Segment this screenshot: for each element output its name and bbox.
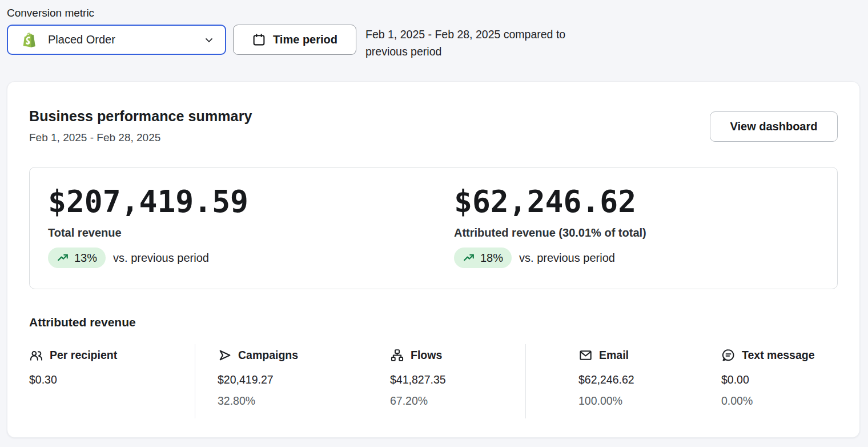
- attributed-col-label: Flows: [411, 349, 442, 362]
- total-revenue-trend: 13% vs. previous period: [48, 248, 454, 268]
- trend-suffix: vs. previous period: [519, 252, 615, 265]
- conversion-metric-controls: Conversion metric Placed Order: [0, 0, 868, 60]
- trend-badge: 13%: [48, 248, 106, 268]
- chat-icon: [721, 348, 736, 362]
- attributed-revenue-value: $62,246.62: [454, 185, 837, 219]
- people-icon: [29, 348, 43, 362]
- total-revenue-metric: $207,419.59 Total revenue 13% vs. previo…: [48, 185, 454, 289]
- total-revenue-value: $207,419.59: [48, 185, 454, 219]
- attributed-revenue-label: Attributed revenue (30.01% of total): [454, 226, 837, 240]
- time-period-button[interactable]: Time period: [233, 25, 356, 55]
- conversion-metric-selected-value: Placed Order: [48, 33, 203, 46]
- trend-percent: 13%: [74, 252, 97, 265]
- card-title: Business performance summary: [29, 108, 710, 125]
- attributed-col-percent: 32.80%: [218, 394, 361, 408]
- conversion-metric-label: Conversion metric: [7, 7, 861, 19]
- attributed-revenue-breakdown: Per recipient $0.30 Campaigns $20,419.27…: [29, 344, 838, 418]
- attributed-col-label: Text message: [742, 349, 815, 362]
- attributed-col-percent: 100.00%: [578, 394, 693, 408]
- card-date-range: Feb 1, 2025 - Feb 28, 2025: [29, 131, 710, 144]
- attributed-col-value: $20,419.27: [218, 373, 361, 386]
- attributed-col-label: Email: [599, 349, 629, 362]
- attributed-col-campaigns: Campaigns $20,419.27 32.80%: [195, 344, 361, 418]
- send-icon: [218, 348, 232, 362]
- attributed-col-text-message: Text message $0.00 0.00%: [693, 344, 838, 418]
- trend-badge: 18%: [454, 248, 512, 268]
- attributed-revenue-trend: 18% vs. previous period: [454, 248, 837, 268]
- flow-icon: [390, 348, 404, 362]
- attributed-col-per-recipient: Per recipient $0.30: [29, 344, 195, 418]
- attributed-revenue-heading: Attributed revenue: [29, 316, 838, 329]
- conversion-metric-select[interactable]: Placed Order: [7, 25, 226, 55]
- attributed-col-value: $0.00: [721, 373, 838, 386]
- attributed-revenue-metric: $62,246.62 Attributed revenue (30.01% of…: [454, 185, 837, 289]
- attributed-col-percent: 0.00%: [721, 394, 838, 408]
- attributed-col-flows: Flows $41,827.35 67.20%: [361, 344, 526, 418]
- time-period-button-label: Time period: [273, 33, 337, 46]
- business-performance-card: Business performance summary Feb 1, 2025…: [7, 81, 860, 438]
- chevron-down-icon: [203, 34, 215, 46]
- shopify-icon: [22, 31, 39, 49]
- trend-up-icon: [463, 252, 475, 264]
- calendar-icon: [252, 33, 266, 47]
- attributed-col-value: $41,827.35: [390, 373, 525, 386]
- email-icon: [578, 348, 593, 362]
- attributed-col-email: Email $62,246.62 100.00%: [526, 344, 693, 418]
- trend-suffix: vs. previous period: [113, 252, 209, 265]
- attributed-col-percent: 67.20%: [390, 394, 525, 408]
- total-revenue-label: Total revenue: [48, 226, 454, 240]
- attributed-col-value: $62,246.62: [578, 373, 693, 386]
- controls-row: Placed Order Time period Feb 1, 2025 - F…: [7, 25, 861, 60]
- summary-metrics-box: $207,419.59 Total revenue 13% vs. previo…: [29, 167, 838, 289]
- attributed-col-label: Per recipient: [50, 349, 117, 362]
- trend-percent: 18%: [480, 252, 503, 265]
- view-dashboard-button[interactable]: View dashboard: [710, 111, 838, 142]
- card-header: Business performance summary Feb 1, 2025…: [29, 108, 838, 144]
- compare-period-text: Feb 1, 2025 - Feb 28, 2025 compared to p…: [365, 25, 582, 60]
- trend-up-icon: [57, 252, 69, 264]
- attributed-col-value: $0.30: [29, 373, 195, 386]
- attributed-col-label: Campaigns: [238, 349, 298, 362]
